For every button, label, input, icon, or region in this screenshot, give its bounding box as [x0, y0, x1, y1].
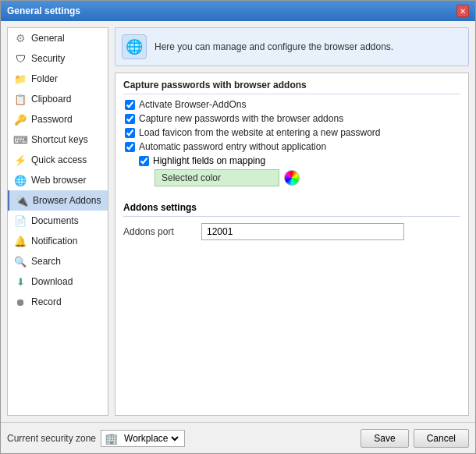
sidebar-label-quickaccess: Quick access	[31, 154, 87, 165]
download-icon	[14, 275, 27, 288]
info-box: 🌐 Here you can manage and configure the …	[115, 27, 469, 66]
main-window: General settings ✕ General Security Fold…	[0, 0, 476, 454]
activate-checkbox[interactable]	[125, 100, 135, 110]
title-bar: General settings ✕	[1, 1, 475, 21]
notification-icon	[14, 235, 27, 247]
sidebar-item-security[interactable]: Security	[8, 48, 108, 69]
sidebar-label-documents: Documents	[31, 215, 79, 226]
sidebar-label-password: Password	[31, 114, 73, 125]
zone-select[interactable]: Workplace Home Office	[121, 432, 181, 445]
cancel-button[interactable]: Cancel	[414, 429, 469, 448]
port-input[interactable]	[201, 223, 404, 240]
main-content: 🌐 Here you can manage and configure the …	[115, 27, 469, 416]
favicon-checkbox[interactable]	[125, 128, 135, 138]
footer-buttons: Save Cancel	[361, 429, 469, 448]
close-button[interactable]: ✕	[456, 5, 469, 17]
color-input-row	[155, 169, 460, 186]
footer-left: Current security zone 🏢 Workplace Home O…	[7, 430, 185, 447]
sidebar-item-notification[interactable]: Notification	[8, 231, 108, 251]
capture-section: Capture passwords with browser addons Ac…	[115, 73, 468, 196]
info-text: Here you can manage and configure the br…	[155, 41, 393, 52]
sidebar-item-browser-addons[interactable]: Browser Addons	[8, 190, 108, 211]
password-icon	[14, 113, 27, 126]
window-title: General settings	[7, 5, 80, 16]
shortcut-icon	[14, 133, 27, 146]
documents-icon	[14, 215, 27, 227]
clipboard-icon	[14, 93, 27, 105]
sidebar-item-clipboard[interactable]: Clipboard	[8, 89, 108, 109]
quickaccess-icon	[14, 154, 27, 166]
sidebar-item-general[interactable]: General	[8, 28, 108, 48]
highlight-label: Highlight fields on mapping	[153, 155, 265, 166]
sidebar-item-shortcut-keys[interactable]: Shortcut keys	[8, 129, 108, 150]
auto-entry-checkbox[interactable]	[125, 142, 135, 152]
checkbox-activate-row: Activate Browser-AddOns	[123, 99, 460, 110]
sidebar-item-password[interactable]: Password	[8, 109, 108, 129]
sidebar-label-record: Record	[31, 296, 62, 307]
auto-entry-label: Automatic password entry without applica…	[139, 141, 326, 152]
sidebar-item-documents[interactable]: Documents	[8, 211, 108, 231]
security-icon	[14, 52, 27, 65]
sidebar-label-security: Security	[31, 53, 65, 64]
checkbox-capture-new-row: Capture new passwords with the browser a…	[123, 113, 460, 124]
sidebar-item-search[interactable]: Search	[8, 251, 108, 271]
sidebar-label-general: General	[31, 33, 65, 44]
color-picker-button[interactable]	[284, 170, 300, 186]
favicon-label: Load favicon from the website at enterin…	[139, 127, 381, 138]
highlight-section: Highlight fields on mapping	[139, 155, 460, 186]
general-icon	[14, 32, 27, 44]
save-button[interactable]: Save	[361, 429, 408, 448]
zone-select-wrapper: 🏢 Workplace Home Office	[101, 430, 185, 447]
sidebar-label-clipboard: Clipboard	[31, 94, 71, 105]
capture-new-checkbox[interactable]	[125, 114, 135, 124]
sidebar: General Security Folder Clipboard Passwo…	[7, 27, 108, 416]
sidebar-label-folder: Folder	[31, 73, 58, 84]
window-body: General Security Folder Clipboard Passwo…	[1, 21, 475, 422]
sidebar-label-shortcut: Shortcut keys	[31, 134, 88, 145]
folder-icon	[14, 73, 27, 85]
sidebar-item-download[interactable]: Download	[8, 271, 108, 292]
sidebar-label-search: Search	[31, 256, 61, 267]
browseraddons-icon	[16, 194, 28, 207]
port-row: Addons port	[123, 223, 460, 240]
addon-globe-icon: 🌐	[122, 34, 147, 59]
port-label: Addons port	[123, 226, 194, 237]
webbrowser-icon	[14, 174, 27, 186]
addons-settings-section: Addons settings Addons port	[115, 196, 468, 251]
highlight-checkbox[interactable]	[139, 156, 149, 166]
sidebar-label-browseraddons: Browser Addons	[33, 195, 101, 206]
sidebar-item-record[interactable]: Record	[8, 292, 108, 312]
activate-label: Activate Browser-AddOns	[139, 99, 246, 110]
sidebar-label-download: Download	[31, 276, 73, 287]
record-icon	[14, 296, 27, 308]
sidebar-label-webbrowser: Web browser	[31, 175, 86, 186]
footer: Current security zone 🏢 Workplace Home O…	[1, 422, 475, 453]
settings-panel: Capture passwords with browser addons Ac…	[115, 73, 469, 416]
sidebar-item-web-browser[interactable]: Web browser	[8, 170, 108, 190]
capture-new-label: Capture new passwords with the browser a…	[139, 113, 343, 124]
highlight-row: Highlight fields on mapping	[139, 155, 460, 166]
color-input-field[interactable]	[155, 169, 279, 186]
sidebar-item-quick-access[interactable]: Quick access	[8, 150, 108, 170]
addons-settings-title: Addons settings	[123, 202, 460, 217]
zone-icon: 🏢	[105, 432, 118, 445]
sidebar-item-folder[interactable]: Folder	[8, 69, 108, 89]
capture-section-title: Capture passwords with browser addons	[123, 80, 460, 94]
search-icon	[14, 255, 27, 268]
zone-label: Current security zone	[7, 433, 96, 444]
sidebar-label-notification: Notification	[31, 236, 77, 247]
checkbox-favicon-row: Load favicon from the website at enterin…	[123, 127, 460, 138]
checkbox-auto-entry-row: Automatic password entry without applica…	[123, 141, 460, 152]
